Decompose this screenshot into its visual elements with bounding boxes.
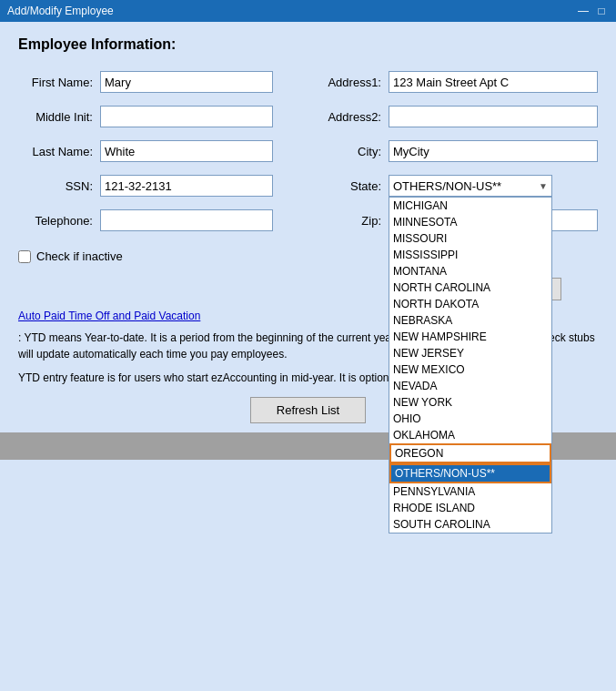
middle-init-label: Middle Init: <box>18 110 100 124</box>
list-item[interactable]: MICHIGAN <box>389 198 551 214</box>
maximize-button[interactable]: □ <box>594 4 609 18</box>
list-item[interactable]: MISSOURI <box>389 230 551 247</box>
first-name-input[interactable] <box>100 71 273 93</box>
window-controls: — □ <box>576 4 609 18</box>
address1-input[interactable] <box>389 71 598 93</box>
list-item[interactable]: MINNESOTA <box>389 214 551 230</box>
inactive-label: Check if inactive <box>36 249 123 263</box>
last-name-row: Last Name: <box>18 140 279 162</box>
inactive-checkbox[interactable] <box>18 250 31 263</box>
zip-label: Zip: <box>307 214 389 228</box>
ssn-input[interactable] <box>100 175 273 197</box>
list-item[interactable]: MISSISSIPPI <box>389 247 551 263</box>
list-item[interactable]: NORTH DAKOTA <box>389 296 551 312</box>
state-container: OTHERS/NON-US** ▼ MICHIGAN MINNESOTA MIS… <box>389 175 552 197</box>
telephone-input[interactable] <box>100 209 273 231</box>
last-name-input[interactable] <box>100 140 273 162</box>
address2-label: Address2: <box>307 110 389 124</box>
section-heading: Employee Information: <box>18 36 598 53</box>
form-right: Address1: Address2: City: State: OTHERS/… <box>307 71 598 263</box>
inactive-row: Check if inactive <box>18 249 279 263</box>
city-label: City: <box>307 145 389 158</box>
form-left: First Name: Middle Init: Last Name: SSN:… <box>18 71 279 263</box>
state-dropdown[interactable]: MICHIGAN MINNESOTA MISSOURI MISSISSIPPI … <box>389 197 552 533</box>
ssn-label: SSN: <box>18 179 100 193</box>
form-area: First Name: Middle Init: Last Name: SSN:… <box>18 71 598 263</box>
last-name-label: Last Name: <box>18 145 100 158</box>
list-item[interactable]: OREGON <box>389 443 551 463</box>
telephone-label: Telephone: <box>18 214 100 228</box>
list-item[interactable]: NEVADA <box>389 378 551 394</box>
list-item[interactable]: RHODE ISLAND <box>389 500 551 516</box>
state-select[interactable]: OTHERS/NON-US** ▼ <box>389 175 552 197</box>
refresh-button[interactable]: Refresh List <box>250 397 366 423</box>
list-item[interactable]: MONTANA <box>389 263 551 279</box>
address2-row: Address2: <box>307 106 598 127</box>
list-item[interactable]: NEBRASKA <box>389 312 551 329</box>
chevron-down-icon: ▼ <box>539 181 548 191</box>
list-item[interactable]: OKLAHOMA <box>389 427 551 443</box>
state-label: State: <box>307 179 389 193</box>
list-item[interactable]: NEW MEXICO <box>389 361 551 378</box>
list-item[interactable]: SOUTH CAROLINA <box>389 516 551 533</box>
list-item[interactable]: NEW JERSEY <box>389 345 551 361</box>
state-row: State: OTHERS/NON-US** ▼ MICHIGAN MINNES… <box>307 175 598 197</box>
middle-init-row: Middle Init: <box>18 106 279 127</box>
minimize-button[interactable]: — <box>576 4 591 18</box>
list-item[interactable]: NORTH CAROLINA <box>389 279 551 296</box>
window-title: Add/Modify Employee <box>7 5 114 17</box>
telephone-row: Telephone: <box>18 209 279 231</box>
address2-input[interactable] <box>389 106 598 127</box>
city-row: City: <box>307 140 598 162</box>
info-link[interactable]: Auto Paid Time Off and Paid Vacation <box>18 310 200 322</box>
ssn-row: SSN: <box>18 175 279 197</box>
city-input[interactable] <box>389 140 598 162</box>
first-name-label: First Name: <box>18 76 100 89</box>
state-selected-value: OTHERS/NON-US** <box>393 179 501 193</box>
list-item[interactable]: NEW YORK <box>389 394 551 411</box>
middle-init-input[interactable] <box>100 106 273 127</box>
first-name-row: First Name: <box>18 71 279 93</box>
list-item[interactable]: PENNSYLVANIA <box>389 483 551 500</box>
title-bar: Add/Modify Employee — □ <box>0 0 616 22</box>
main-window: Employee Information: First Name: Middle… <box>0 22 616 691</box>
list-item[interactable]: SOUTH DAKOTA <box>389 533 551 533</box>
list-item-selected[interactable]: OTHERS/NON-US** <box>389 463 551 483</box>
address1-label: Address1: <box>307 76 389 89</box>
address1-row: Address1: <box>307 71 598 93</box>
list-item[interactable]: OHIO <box>389 411 551 427</box>
list-item[interactable]: NEW HAMPSHIRE <box>389 329 551 345</box>
